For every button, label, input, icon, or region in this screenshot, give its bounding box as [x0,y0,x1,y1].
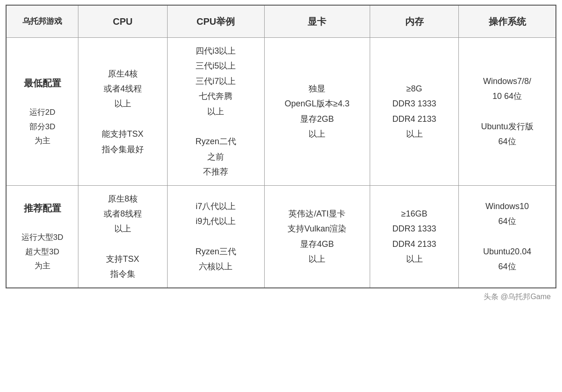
rec-game-cell: 推荐配置 运行大型3D 超大型3D 为主 [6,185,78,288]
min-ram-text: ≥8G DDR3 1333 DDR4 2133 以上 [393,84,436,139]
min-cpu-cell: 原生4核 或者4线程 以上 能支持TSX 指令集最好 [78,38,167,186]
min-game-desc: 运行2D 部分3D 为主 [29,108,56,145]
min-ram-cell: ≥8G DDR3 1333 DDR4 2133 以上 [370,38,458,186]
min-game-cell: 最低配置 运行2D 部分3D 为主 [6,38,78,186]
header-game: 乌托邦游戏 [6,5,78,38]
rec-cpu-example-cell: i7八代以上 i9九代以上 Ryzen三代 六核以上 [167,185,264,288]
header-row: 乌托邦游戏 CPU CPU举例 显卡 内存 操作系统 [6,5,556,38]
rec-gpu-cell: 英伟达/ATI显卡 支持Vulkan渲染 显存4GB 以上 [264,185,370,288]
specs-table: 乌托邦游戏 CPU CPU举例 显卡 内存 操作系统 最低配置 运行2D 部分3… [6,5,556,288]
rec-game-label: 推荐配置 运行大型3D 超大型3D 为主 [10,200,74,273]
min-cpu-text: 原生4核 或者4线程 以上 能支持TSX 指令集最好 [102,69,144,154]
header-gpu: 显卡 [264,5,370,38]
min-cpu-example-cell: 四代i3以上 三代i5以上 三代i7以上 七代奔腾 以上 Ryzen二代 之前 … [167,38,264,186]
rec-cpu-example-text: i7八代以上 i9九代以上 Ryzen三代 六核以上 [196,202,236,272]
min-gpu-text: 独显 OpenGL版本≥4.3 显存2GB 以上 [285,84,350,139]
header-ram: 内存 [370,5,458,38]
rec-ram-text: ≥16GB DDR3 1333 DDR4 2133 以上 [393,209,436,264]
rec-cpu-text: 原生8核 或者8线程 以上 支持TSX 指令集 [104,194,142,279]
header-cpu: CPU [78,5,167,38]
rec-gpu-text: 英伟达/ATI显卡 支持Vulkan渲染 显存4GB 以上 [288,209,346,264]
min-os-cell: Windows7/8/ 10 64位 Ubuntu发行版 64位 [459,38,556,186]
min-cpu-example-text: 四代i3以上 三代i5以上 三代i7以上 七代奔腾 以上 Ryzen二代 之前 … [196,46,236,176]
rec-game-desc: 运行大型3D 超大型3D 为主 [21,233,63,270]
watermark-text: 头条 @乌托邦Game [6,288,556,306]
min-config-title: 最低配置 [24,78,61,88]
rec-config-title: 推荐配置 [24,203,61,213]
rec-ram-cell: ≥16GB DDR3 1333 DDR4 2133 以上 [370,185,458,288]
header-os: 操作系统 [459,5,556,38]
min-gpu-cell: 独显 OpenGL版本≥4.3 显存2GB 以上 [264,38,370,186]
min-os-text: Windows7/8/ 10 64位 Ubuntu发行版 64位 [481,77,534,147]
rec-os-text: Windows10 64位 Ubuntu20.04 64位 [483,202,531,272]
min-game-label: 最低配置 运行2D 部分3D 为主 [10,75,74,148]
header-cpu-example: CPU举例 [167,5,264,38]
min-config-row: 最低配置 运行2D 部分3D 为主 原生4核 或者4线程 以上 能支持TSX 指… [6,38,556,186]
rec-config-row: 推荐配置 运行大型3D 超大型3D 为主 原生8核 或者8线程 以上 支持TSX… [6,185,556,288]
rec-cpu-cell: 原生8核 或者8线程 以上 支持TSX 指令集 [78,185,167,288]
rec-os-cell: Windows10 64位 Ubuntu20.04 64位 [459,185,556,288]
